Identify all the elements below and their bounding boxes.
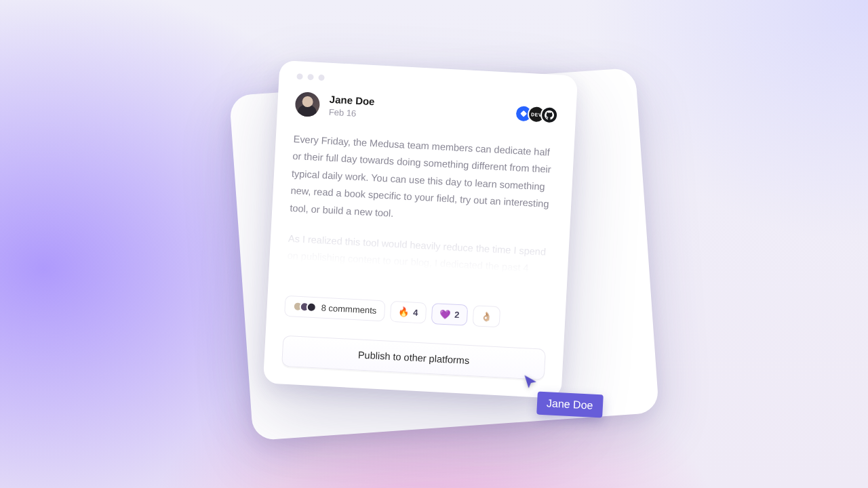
platform-badges: DEV: [519, 104, 558, 124]
comments-label: 8 commments: [321, 303, 376, 316]
reaction-count: 2: [454, 310, 460, 320]
publish-button[interactable]: Publish to other platforms: [281, 336, 546, 380]
post-header: Jane Doe Feb 16 DEV: [295, 92, 559, 129]
post-paragraph: Every Friday, the Medusa team members ca…: [290, 131, 557, 230]
traffic-dot: [296, 73, 302, 79]
reaction-count: 4: [413, 308, 418, 318]
post-paragraph-faded: As I realized this tool would heavily re…: [286, 230, 551, 296]
author-name: Jane Doe: [329, 94, 375, 107]
github-icon[interactable]: [540, 106, 558, 124]
post-card: Jane Doe Feb 16 DEV Every Friday, the Me…: [263, 60, 578, 399]
traffic-dot: [307, 74, 313, 80]
svg-rect-0: [520, 110, 527, 117]
post-body: Every Friday, the Medusa team members ca…: [286, 131, 557, 296]
author-avatar[interactable]: [295, 92, 321, 117]
comments-pill[interactable]: 8 commments: [284, 296, 385, 322]
ok-emoji-icon: 👌🏼: [481, 311, 492, 322]
reaction-ok[interactable]: 👌🏼: [473, 305, 501, 327]
heart-emoji-icon: 💜: [439, 309, 451, 320]
reaction-fire[interactable]: 🔥 4: [389, 301, 427, 324]
traffic-dot: [318, 75, 324, 81]
cursor-user-tag: Jane Doe: [536, 391, 603, 418]
commenter-avatars: [292, 301, 317, 312]
reactions-row: 8 commments 🔥 4 💜 2 👌🏼: [284, 296, 548, 330]
fire-emoji-icon: 🔥: [398, 306, 410, 317]
reaction-heart[interactable]: 💜 2: [431, 303, 469, 326]
window-traffic-lights: [296, 73, 559, 93]
post-date: Feb 16: [328, 107, 374, 119]
